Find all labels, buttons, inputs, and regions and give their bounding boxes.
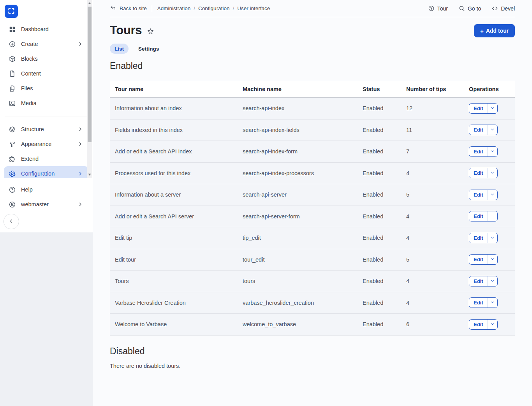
back-to-site-link[interactable]: Back to site — [110, 5, 147, 12]
edit-dropdown-toggle[interactable] — [488, 233, 497, 243]
add-tour-button[interactable]: + Add tour — [474, 24, 515, 37]
cell-machine-name: search-api-index-processors — [243, 170, 363, 176]
cell-number-of-tips: 6 — [406, 321, 469, 327]
edit-button[interactable]: Edit — [469, 125, 488, 135]
breadcrumb-link-administration[interactable]: Administration — [157, 5, 191, 11]
sidebar-item-label: Dashboard — [21, 26, 83, 32]
breadcrumb-separator: / — [233, 5, 234, 11]
sidebar-scroll-area: DashboardCreateBlocksContentFilesMediaSt… — [0, 0, 93, 178]
sidebar-item-files[interactable]: Files — [4, 81, 89, 96]
configuration-icon — [9, 170, 16, 178]
cell-operations: Edit — [469, 211, 515, 221]
code-icon — [491, 5, 498, 12]
help-circle-icon — [428, 5, 435, 12]
edit-button[interactable]: Edit — [469, 298, 488, 308]
cell-operations: Edit — [469, 103, 515, 114]
sidebar-item-label: Files — [21, 85, 83, 91]
breadcrumb-link-configuration[interactable]: Configuration — [198, 5, 229, 11]
edit-split-button: Edit — [469, 233, 498, 243]
extend-icon — [9, 155, 16, 163]
sidebar-item-structure[interactable]: Structure — [4, 122, 89, 137]
edit-dropdown-toggle[interactable] — [488, 147, 497, 156]
media-icon — [9, 100, 16, 107]
scrollbar-thumb[interactable] — [88, 7, 92, 142]
sidebar-item-help[interactable]: Help — [4, 182, 89, 197]
chevron-right-icon — [77, 126, 83, 132]
cell-tour-name: Welcome to Varbase — [110, 321, 243, 327]
cell-number-of-tips: 11 — [406, 127, 469, 133]
sidebar-item-label: Appearance — [21, 141, 77, 147]
sidebar-footer: Helpwebmaster — [0, 178, 93, 232]
sidebar-item-content[interactable]: Content — [4, 66, 89, 81]
topbar-action-devel[interactable]: Devel — [491, 5, 515, 12]
cell-status: Enabled — [363, 213, 406, 220]
edit-split-button: Edit — [469, 211, 498, 221]
edit-dropdown-toggle[interactable] — [488, 255, 497, 264]
sidebar-scrollbar[interactable] — [87, 0, 92, 178]
edit-button[interactable]: Edit — [469, 255, 488, 264]
sidebar-item-appearance[interactable]: Appearance — [4, 137, 89, 151]
sidebar-item-media[interactable]: Media — [4, 96, 89, 111]
edit-dropdown-toggle[interactable] — [488, 104, 497, 113]
cell-machine-name: search-api-index — [243, 105, 363, 111]
edit-dropdown-toggle[interactable] — [488, 168, 497, 178]
cell-status: Enabled — [363, 321, 406, 327]
sidebar-collapse-button[interactable] — [4, 214, 19, 229]
edit-button[interactable]: Edit — [469, 104, 488, 113]
chevron-down-icon — [490, 278, 495, 284]
sidebar-item-dashboard[interactable]: Dashboard — [4, 22, 89, 37]
scrollbar-up-arrow-icon[interactable] — [88, 2, 91, 4]
cell-machine-name: search-api-index-fields — [243, 127, 363, 133]
edit-dropdown-toggle[interactable] — [488, 320, 497, 329]
edit-button[interactable]: Edit — [469, 233, 488, 243]
sidebar-item-configuration[interactable]: Configuration — [4, 166, 89, 178]
edit-button[interactable]: Edit — [469, 211, 488, 221]
topbar-actions: TourGo toDevel — [428, 5, 515, 12]
table-row: Welcome to Varbasewelcome_to_varbaseEnab… — [110, 314, 515, 336]
edit-split-button: Edit — [469, 254, 498, 265]
scrollbar-down-arrow-icon[interactable] — [88, 174, 91, 176]
sidebar-item-blocks[interactable]: Blocks — [4, 51, 89, 66]
topbar-action-go-to[interactable]: Go to — [458, 5, 481, 12]
edit-button[interactable]: Edit — [469, 168, 488, 178]
tab-list[interactable]: List — [110, 44, 129, 54]
disabled-empty-text: There are no disabled tours. — [110, 363, 515, 369]
sidebar-item-label: Content — [21, 70, 83, 77]
edit-dropdown-toggle[interactable] — [488, 190, 497, 200]
breadcrumb-divider — [152, 5, 152, 12]
sidebar-item-label: Help — [21, 186, 83, 193]
edit-dropdown-toggle[interactable] — [488, 298, 497, 308]
cell-tour-name: Add or edit a Search API index — [110, 148, 243, 155]
edit-button[interactable]: Edit — [469, 190, 488, 200]
back-arrow-icon — [110, 5, 116, 12]
appearance-icon — [9, 141, 16, 148]
edit-button[interactable]: Edit — [469, 276, 488, 286]
star-icon[interactable] — [147, 28, 154, 35]
files-icon — [9, 85, 16, 92]
sidebar-item-extend[interactable]: Extend — [4, 151, 89, 166]
edit-dropdown-toggle[interactable] — [488, 211, 497, 221]
topbar-action-tour[interactable]: Tour — [428, 5, 448, 12]
cell-number-of-tips: 12 — [406, 105, 469, 111]
sidebar-item-create[interactable]: Create — [4, 37, 89, 51]
edit-button[interactable]: Edit — [469, 320, 488, 329]
table-header-row: Tour nameMachine nameStatusNumber of tip… — [110, 81, 515, 98]
edit-split-button: Edit — [469, 103, 498, 114]
chevron-right-icon — [77, 201, 83, 207]
table-row: Edit tiptip_editEnabled4Edit — [110, 227, 515, 249]
chevron-down-icon — [490, 257, 495, 262]
app-logo[interactable] — [5, 5, 18, 18]
chevron-down-icon — [490, 235, 495, 241]
table-row: Fields indexed in this indexsearch-api-i… — [110, 120, 515, 141]
cell-tour-name: Edit tip — [110, 235, 243, 241]
tab-settings[interactable]: Settings — [134, 44, 164, 54]
edit-split-button: Edit — [469, 319, 498, 330]
cell-machine-name: tours — [243, 278, 363, 284]
breadcrumb-link-user-interface[interactable]: User interface — [237, 5, 270, 11]
edit-button[interactable]: Edit — [469, 147, 488, 156]
edit-dropdown-toggle[interactable] — [488, 276, 497, 286]
cell-status: Enabled — [363, 300, 406, 306]
sidebar-item-label: Structure — [21, 126, 77, 132]
sidebar-item-webmaster[interactable]: webmaster — [4, 197, 89, 212]
edit-dropdown-toggle[interactable] — [488, 125, 497, 135]
